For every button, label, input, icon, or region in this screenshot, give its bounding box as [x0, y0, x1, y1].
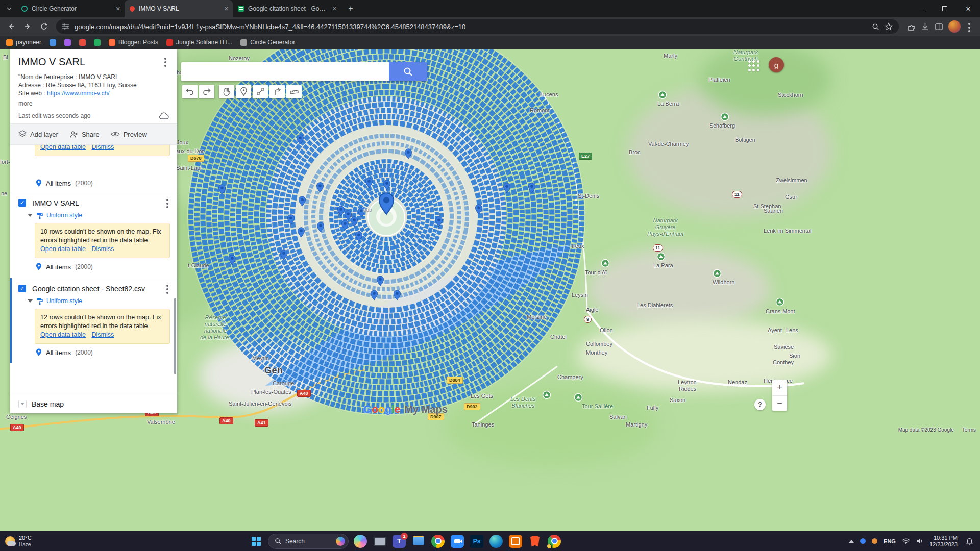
language-indicator[interactable]: ENG: [884, 538, 896, 544]
more-link[interactable]: more: [18, 100, 169, 107]
zoom-in-button[interactable]: +: [772, 380, 787, 396]
account-avatar[interactable]: g: [769, 57, 784, 72]
minimize-button[interactable]: [910, 0, 933, 17]
add-layer-button[interactable]: Add layer: [18, 130, 58, 138]
open-data-table-link[interactable]: Open data table: [40, 331, 86, 338]
site-settings-icon[interactable]: [62, 23, 69, 30]
extensions-icon[interactable]: [907, 22, 916, 31]
open-data-table-link[interactable]: Open data table: [40, 245, 86, 253]
bookmark-item[interactable]: [94, 39, 101, 46]
website-link[interactable]: https://www.immo-v.ch/: [47, 90, 109, 97]
maximize-button[interactable]: [933, 0, 957, 17]
taskbar-app-chrome[interactable]: [428, 532, 448, 551]
taskbar-app-teams[interactable]: T1: [389, 532, 409, 551]
all-items-row[interactable]: All items (2000): [36, 174, 177, 192]
taskbar-app-orange-app[interactable]: [506, 532, 525, 551]
taskbar-app-zoom[interactable]: [448, 532, 467, 551]
open-data-table-link[interactable]: Open data table: [40, 145, 86, 151]
map-marker-pin[interactable]: [503, 183, 510, 193]
layer-checkbox[interactable]: ✓: [18, 199, 26, 207]
dismiss-link[interactable]: Dismiss: [91, 245, 114, 253]
taskbar-clock[interactable]: 10:31 PM 12/23/2023: [929, 535, 958, 548]
new-tab-button[interactable]: +: [344, 2, 357, 15]
taskbar-weather-widget[interactable]: 20°C Haze: [0, 535, 117, 548]
all-items-row[interactable]: All items (2000): [36, 344, 177, 361]
measure-icon[interactable]: [286, 85, 302, 98]
tab-close-icon[interactable]: ✕: [332, 6, 337, 12]
map-title[interactable]: IMMO V SARL: [18, 56, 162, 68]
taskbar-app-virtual-desktop[interactable]: [370, 532, 389, 551]
back-icon[interactable]: [4, 19, 18, 34]
undo-icon[interactable]: [182, 85, 198, 98]
browser-menu-icon[interactable]: [966, 21, 973, 32]
layer-menu-icon[interactable]: [164, 197, 171, 208]
taskbar-app-brave[interactable]: [525, 532, 545, 551]
hidden-icons-chevron[interactable]: [849, 540, 854, 543]
all-items-row[interactable]: All items (2000): [36, 258, 177, 276]
dismiss-link[interactable]: Dismiss: [91, 145, 114, 151]
draw-line-icon[interactable]: [253, 85, 268, 98]
taskbar-app-edge-sphere[interactable]: [486, 532, 506, 551]
bookmark-item[interactable]: payoneer: [6, 39, 41, 46]
bookmark-item[interactable]: Blogger: Posts: [109, 39, 158, 46]
google-apps-grid-icon[interactable]: [747, 59, 761, 72]
notification-bell-icon[interactable]: [964, 536, 975, 547]
bookmark-item[interactable]: [50, 39, 56, 46]
zoom-out-button[interactable]: −: [772, 396, 787, 411]
tab-search-icon[interactable]: [2, 2, 16, 16]
share-button[interactable]: Share: [69, 131, 100, 138]
uniform-style-row[interactable]: Uniform style: [28, 297, 177, 305]
tray-app-icon[interactable]: [872, 538, 877, 544]
taskbar-app-chrome-profile[interactable]: [545, 532, 564, 551]
map-search-button[interactable]: [389, 62, 427, 81]
add-marker-icon[interactable]: [236, 85, 251, 98]
map-menu-icon[interactable]: [162, 56, 169, 67]
bookmark-star-icon[interactable]: [885, 22, 893, 31]
close-button[interactable]: ✕: [957, 0, 980, 17]
terms-link[interactable]: Terms: [962, 427, 976, 433]
bookmark-favicon-icon: [109, 39, 115, 46]
map-search-input[interactable]: [181, 62, 389, 81]
bookmark-item[interactable]: [79, 39, 86, 46]
redo-icon[interactable]: [199, 85, 214, 98]
bookmark-item[interactable]: Jungle Solitaire HT...: [166, 39, 232, 46]
panel-scrollbar[interactable]: [174, 298, 176, 374]
browser-profile-avatar[interactable]: [948, 20, 961, 33]
uniform-style-row[interactable]: Uniform style: [28, 212, 177, 219]
zoom-icon[interactable]: [872, 23, 879, 31]
bookmark-item[interactable]: [64, 39, 71, 46]
tab-close-icon[interactable]: ✕: [116, 6, 120, 12]
download-icon[interactable]: [921, 22, 929, 31]
side-panel-icon[interactable]: [935, 22, 943, 31]
taskbar-search[interactable]: Search: [268, 534, 349, 549]
layer-name[interactable]: IMMO V SARL: [32, 199, 164, 207]
tab-google-citation-sheet[interactable]: Google citation sheet - Google ✕: [233, 0, 341, 17]
preview-button[interactable]: Preview: [111, 131, 147, 138]
start-button[interactable]: [247, 532, 266, 551]
tab-immo-v-sarl[interactable]: IMMO V SARL ✕: [125, 0, 233, 17]
taskbar-app-photoshop[interactable]: Ps: [467, 532, 486, 551]
tab-circle-generator[interactable]: Circle Generator ✕: [16, 0, 125, 17]
volume-icon[interactable]: [916, 538, 923, 544]
network-icon[interactable]: [902, 538, 910, 544]
map-marker-pin[interactable]: [218, 185, 225, 194]
tab-close-icon[interactable]: ✕: [224, 6, 229, 12]
taskbar-app-file-explorer[interactable]: [409, 532, 428, 551]
url-bar[interactable]: google.com/maps/d/u/4/edit?mid=1v9J4L1y-…: [56, 19, 899, 34]
directions-icon[interactable]: [270, 85, 285, 98]
base-map-row[interactable]: Base map: [10, 394, 177, 413]
taskbar-app-copilot[interactable]: [351, 532, 370, 551]
reload-icon[interactable]: [37, 19, 51, 34]
bookmark-item[interactable]: Circle Generator: [240, 39, 295, 46]
layer-menu-icon[interactable]: [164, 283, 171, 294]
base-map-dropdown-icon[interactable]: [18, 400, 27, 408]
mountain-peak-marker: [543, 391, 551, 399]
dismiss-link[interactable]: Dismiss: [91, 331, 114, 338]
layer-name[interactable]: Google citation sheet - Sheet82.csv: [32, 285, 164, 293]
pan-hand-icon[interactable]: [219, 85, 234, 98]
forward-icon[interactable]: [20, 19, 35, 34]
help-button[interactable]: ?: [754, 399, 766, 410]
app-notification-dot: [547, 544, 552, 549]
tray-app-icon[interactable]: [860, 538, 866, 544]
layer-checkbox[interactable]: ✓: [18, 285, 26, 292]
